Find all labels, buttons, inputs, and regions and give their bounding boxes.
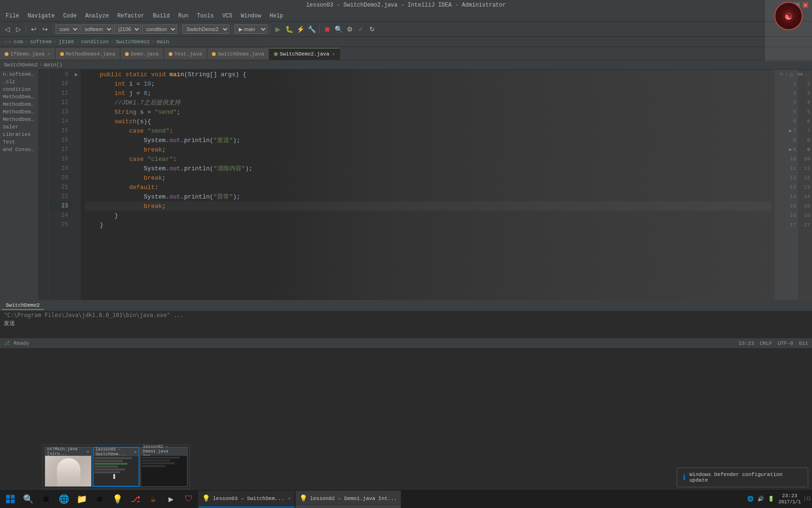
code-content[interactable]: public static void main (String[] args) … [81,70,774,300]
taskbar-java-icon[interactable]: ☕ [145,491,162,508]
taskbar-explorer-icon[interactable]: 📁 [73,491,90,508]
nav-main[interactable]: main [156,39,169,45]
toolbar-back[interactable]: ◁ [2,24,12,34]
tray-show-desktop[interactable]: □ [804,496,810,501]
breadcrumb-file[interactable]: SwitchDemo2 [4,62,38,68]
sidebar-item-methoddemo2[interactable]: MethodDem... [0,101,39,108]
thumb-close-1[interactable]: ✕ [86,449,89,454]
thumbnail-popup: us\Main.java [viru... ✕ lesson03 – Switc… [42,444,190,489]
code-line-preview [94,466,118,468]
sidebar-item-methoddemo3[interactable]: MethodDem... [0,108,39,116]
toolbar-debug-button[interactable]: 🐛 [284,24,294,34]
taskbar-settings-icon[interactable]: ⚙ [91,491,108,508]
taskbar-git-icon[interactable]: ⎇ [127,491,144,508]
taskbar-edge-icon[interactable]: 🌐 [55,491,72,508]
tray-volume-icon[interactable]: 🔊 [757,496,764,502]
nav-condition[interactable]: condition [81,39,109,45]
terminal-tab-switchdemo2[interactable]: SwitchDemo2 [2,302,44,310]
code-line-9: public static void main (String[] args) … [85,70,771,79]
toolbar-sdk-dropdown[interactable]: j2106 [114,24,141,34]
line-gutter [39,70,48,300]
status-position[interactable]: 23:23 [739,341,754,346]
status-charset[interactable]: UTF-8 [778,341,793,346]
thumb-preview-1 [45,456,91,486]
structure-icon-3[interactable]: ◫ [790,71,793,78]
breadcrumb-method[interactable]: main() [44,62,62,68]
editor-area[interactable]: 9 10 11 12 13 14 15 16 17 18 19 20 21 22… [39,70,812,300]
tab-dot-switchdemo2 [274,52,278,56]
menu-tools[interactable]: Tools [193,12,218,20]
nav-switchdemo2[interactable]: SwitchDemo2 [116,39,150,45]
toolbar-checkmark-button[interactable]: ✓ [356,24,366,34]
toolbar-forward[interactable]: ▷ [13,24,23,34]
tab-methoddemo4[interactable]: MethodDemo4.java [55,48,121,60]
menu-refactor[interactable]: Refactor [114,12,148,20]
nav-com[interactable]: com [14,39,23,45]
sidebar-item-consoles[interactable]: and Consoles [0,146,39,153]
menu-run[interactable]: Run [174,12,192,20]
tray-network-icon[interactable]: 🌐 [747,496,754,502]
tray-battery-icon[interactable]: 🔋 [768,496,774,502]
thumb-close-2[interactable]: ✕ [134,449,137,455]
taskbar-item-close-1[interactable]: ✕ [288,496,291,501]
menu-window[interactable]: Window [237,12,265,20]
menu-vcs[interactable]: VCS [219,12,236,20]
menu-file[interactable]: File [2,12,23,20]
toolbar-build-button[interactable]: ⚙ [344,24,355,34]
sidebar-item-softeem[interactable]: n.softeem.j2106 [0,71,39,78]
menu-build[interactable]: Build [149,12,173,20]
thumb-item-2[interactable]: lesson03 – SwitchDem... ✕ [93,447,140,487]
taskbar-taskview-icon[interactable]: ⊞ [38,491,55,508]
toolbar-redo[interactable]: ↪ [40,24,50,34]
toolbar-file-dropdown[interactable]: SwitchDemo2 [182,24,229,34]
toolbar-profile-button[interactable]: 🔧 [306,24,317,34]
taskbar-search-icon[interactable]: 🔍 [20,491,37,508]
tab-switchdemo2[interactable]: SwitchDemo2.java ✕ [269,48,340,60]
sidebar-item-condition[interactable]: condition [0,86,39,93]
sidebar-item-clz[interactable]: .clz [0,78,39,86]
structure-icon-1[interactable]: ≡ [780,71,783,77]
menu-help[interactable]: Help [266,12,287,20]
tab-switchdemo[interactable]: SwitchDemo.java [207,48,269,60]
taskbar-cmd-icon[interactable]: ▶ [163,491,180,508]
sidebar-item-libraries[interactable]: Libraries [0,131,39,138]
nav-j2106[interactable]: j2106 [59,39,74,45]
toolbar-run-button[interactable]: ▶ [273,24,283,34]
toolbar-undo[interactable]: ↩ [29,24,39,34]
toolbar-config-dropdown[interactable]: condition [142,24,177,34]
sidebar-item-methoddemo1[interactable]: MethodDem... [0,93,39,101]
toolbar-method-dropdown[interactable]: ▶ main [234,24,267,34]
sidebar-item-saler[interactable]: Saler [0,123,39,131]
tray-clock[interactable]: 23:23 2017/1/1 [778,492,801,505]
taskbar-security-icon[interactable]: 🛡 [180,491,197,508]
tab-ifdemo[interactable]: IfDemo.java ✕ [0,48,55,60]
menu-analyze[interactable]: Analyze [81,12,112,20]
toolbar-search-button[interactable]: 🔍 [333,24,344,34]
taskbar-start-button[interactable] [2,491,19,508]
nav-softeem[interactable]: softeem [30,39,52,45]
menu-navigate[interactable]: Navigate [24,12,59,20]
thumb-label-2: lesson03 – SwitchDem... [95,447,134,457]
toolbar-sync-button[interactable]: ↻ [367,24,377,34]
code-line-preview [94,463,127,465]
toolbar-project-dropdown[interactable]: com [55,24,79,34]
toolbar-stop-button[interactable]: ⏹ [322,24,332,34]
tab-demo[interactable]: Demo.java [120,48,164,60]
thumb-item-1[interactable]: us\Main.java [viru... ✕ [45,447,92,487]
sidebar-item-methoddemo4[interactable]: MethodDem... [0,116,39,123]
sidebar-item-test[interactable]: Test [0,138,39,146]
toolbar-coverage-button[interactable]: ⚡ [295,24,305,34]
structure-icon-2[interactable]: ↕ [785,71,788,77]
tab-close-switchdemo2[interactable]: ✕ [332,51,335,57]
status-crlf[interactable]: CRLF [760,341,772,346]
tab-close-ifdemo[interactable]: ✕ [47,51,50,57]
run-marker-icon[interactable]: ▶ [75,71,78,78]
thumb-item-3[interactable]: lesson02 – Demo1.java Int... [141,447,187,487]
menu-code[interactable]: Code [59,12,80,20]
toolbar-module-dropdown[interactable]: softeem [80,24,113,34]
tab-test[interactable]: Test.java [164,48,207,60]
taskbar-lesson02-item[interactable]: 💡 lesson02 – Demo1.java Int... [296,491,401,508]
taskbar-lesson03-item[interactable]: 💡 lesson03 – SwitchDem... ✕ [198,491,295,508]
taskbar-intellij-icon[interactable]: 💡 [109,491,126,508]
tray-date: 2017/1/1 [778,499,801,505]
